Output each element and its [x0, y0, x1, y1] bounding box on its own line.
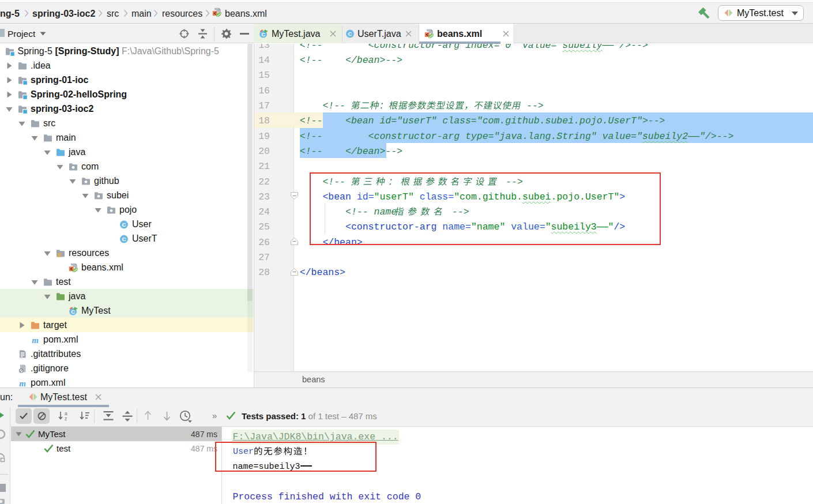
- svg-text:C: C: [348, 31, 352, 37]
- svg-text:m: m: [32, 335, 39, 344]
- svg-text:z: z: [65, 416, 67, 422]
- svg-text:C: C: [122, 236, 126, 242]
- svg-text:C: C: [261, 31, 265, 37]
- svg-text:C: C: [122, 221, 126, 228]
- svg-text:m: m: [19, 378, 26, 388]
- svg-text:C: C: [71, 308, 75, 314]
